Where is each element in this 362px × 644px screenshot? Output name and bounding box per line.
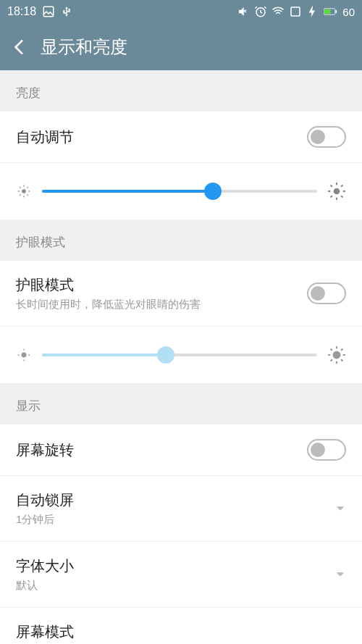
- svg-line-23: [341, 185, 342, 187]
- eyecare-slider[interactable]: [42, 354, 317, 356]
- warmth-low-icon: [16, 347, 32, 363]
- svg-line-14: [28, 187, 28, 188]
- svg-line-12: [28, 195, 28, 196]
- row-auto-brightness[interactable]: 自动调节: [0, 112, 362, 163]
- svg-line-13: [20, 195, 20, 196]
- wifi-icon: [272, 5, 285, 18]
- eyecare-slider-row: [0, 327, 362, 383]
- charging-icon: [306, 5, 319, 18]
- battery-icon: [324, 5, 337, 18]
- warmth-high-icon: [327, 346, 346, 364]
- fontsize-label: 字体大小: [16, 556, 74, 576]
- brightness-high-icon: [327, 182, 346, 201]
- page-title: 显示和亮度: [41, 35, 127, 59]
- rotation-toggle[interactable]: [307, 439, 346, 461]
- svg-point-25: [334, 352, 340, 359]
- image-icon: [42, 5, 55, 18]
- row-fontsize[interactable]: 字体大小 默认: [0, 542, 362, 608]
- eyecare-desc: 长时间使用时，降低蓝光对眼睛的伤害: [16, 298, 201, 311]
- autolock-label: 自动锁屏: [16, 490, 74, 510]
- alarm-icon: [254, 5, 267, 18]
- row-screenmode[interactable]: 屏幕模式: [0, 608, 362, 644]
- sim-icon: [289, 5, 302, 18]
- svg-rect-4: [324, 9, 330, 14]
- fontsize-value: 默认: [16, 579, 74, 593]
- svg-line-20: [331, 185, 332, 187]
- eyecare-label: 护眼模式: [16, 275, 201, 295]
- svg-line-22: [331, 196, 332, 197]
- svg-point-24: [22, 353, 26, 357]
- header: 显示和亮度: [0, 23, 362, 70]
- brightness-slider[interactable]: [42, 190, 317, 193]
- auto-brightness-toggle[interactable]: [307, 126, 346, 148]
- brightness-slider-row: [0, 163, 362, 219]
- status-time: 18:18: [7, 5, 36, 18]
- back-icon[interactable]: [10, 38, 29, 57]
- status-bar: 18:18 60: [0, 0, 362, 23]
- section-eyecare: 护眼模式: [0, 219, 362, 261]
- svg-point-6: [22, 189, 26, 193]
- row-autolock[interactable]: 自动锁屏 1分钟后: [0, 476, 362, 542]
- chevron-down-icon: [334, 569, 346, 580]
- brightness-low-icon: [16, 183, 32, 199]
- section-display: 显示: [0, 383, 362, 425]
- screenmode-label: 屏幕模式: [16, 622, 74, 642]
- svg-line-11: [20, 187, 20, 188]
- usb-icon: [61, 5, 72, 18]
- auto-brightness-label: 自动调节: [16, 127, 74, 147]
- row-eyecare[interactable]: 护眼模式 长时间使用时，降低蓝光对眼睛的伤害: [0, 261, 362, 327]
- svg-line-21: [341, 196, 342, 197]
- rotation-label: 屏幕旋转: [16, 440, 74, 460]
- row-rotation[interactable]: 屏幕旋转: [0, 425, 362, 476]
- chevron-down-icon: [334, 503, 346, 514]
- mute-icon: [237, 5, 250, 18]
- svg-point-15: [334, 188, 340, 195]
- svg-rect-2: [291, 7, 300, 16]
- svg-rect-5: [336, 10, 337, 13]
- autolock-value: 1分钟后: [16, 513, 74, 527]
- svg-rect-0: [43, 7, 54, 17]
- section-brightness: 亮度: [0, 70, 362, 112]
- eyecare-toggle[interactable]: [307, 283, 346, 304]
- battery-percent: 60: [342, 6, 355, 18]
